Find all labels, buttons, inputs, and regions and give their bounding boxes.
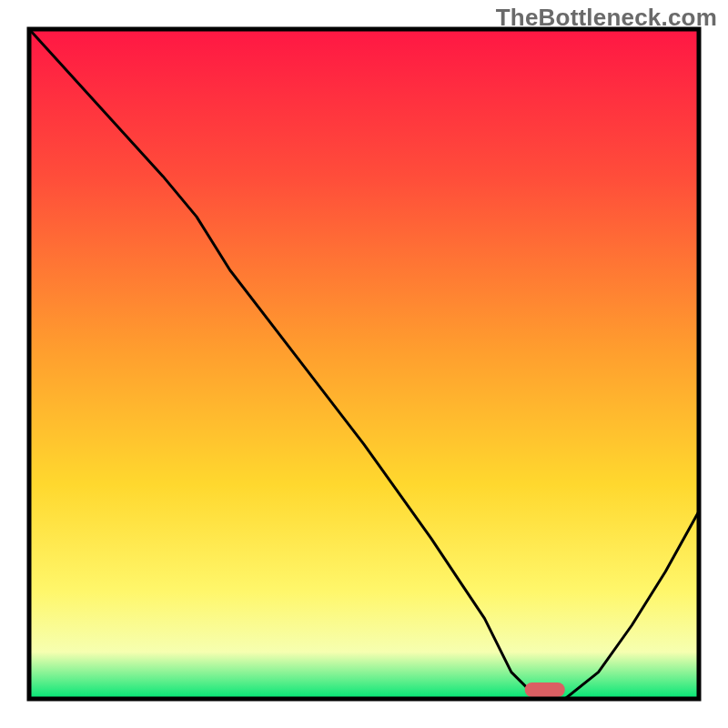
plot-gradient-area <box>29 29 699 699</box>
optimum-marker <box>525 682 565 697</box>
bottleneck-chart <box>0 0 728 728</box>
